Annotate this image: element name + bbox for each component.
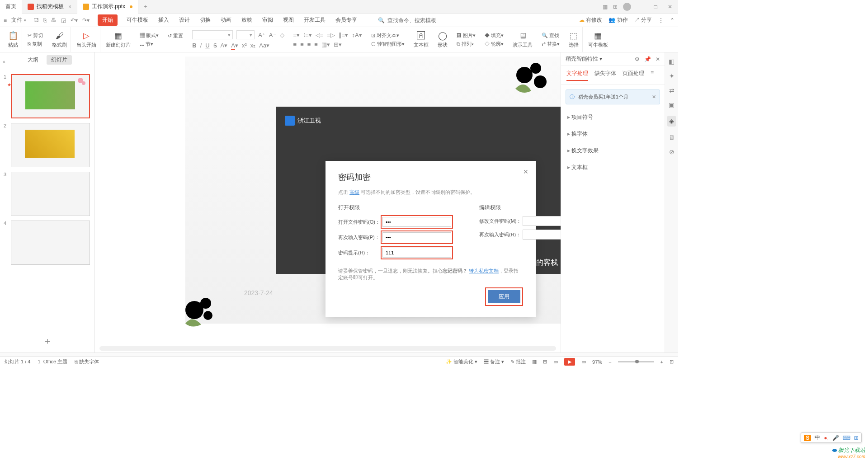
maximize-button[interactable]: ◻: [651, 4, 660, 10]
print-icon[interactable]: 🖶: [51, 17, 57, 24]
open-password-confirm-input[interactable]: [382, 232, 451, 242]
numbering-icon[interactable]: ⁝≡▾: [303, 32, 312, 38]
superscript-icon[interactable]: x²: [242, 42, 247, 49]
format-painter-icon[interactable]: 🖌: [56, 31, 64, 41]
section-button[interactable]: ⚏ 节▾: [140, 41, 159, 47]
tab-member[interactable]: 会员专享: [335, 14, 358, 26]
private-doc-link[interactable]: 转为私密文档: [469, 268, 499, 273]
align-right-icon[interactable]: ≡: [307, 41, 311, 48]
collapse-panel-icon[interactable]: «: [3, 59, 97, 64]
tab-devtools[interactable]: 开发工具: [303, 14, 326, 26]
advanced-link[interactable]: 高级: [349, 189, 359, 195]
rail-layers-icon[interactable]: ▣: [669, 101, 675, 108]
edit-password-confirm-input[interactable]: [523, 230, 561, 240]
close-icon[interactable]: ×: [68, 4, 71, 10]
find-button[interactable]: 🔍 查找: [542, 32, 560, 39]
view-normal-icon[interactable]: ▦: [532, 359, 537, 365]
item-change-font[interactable]: 换字体: [561, 126, 665, 142]
align-center-icon[interactable]: ≡: [300, 41, 304, 48]
close-button[interactable]: ✕: [665, 4, 675, 10]
distribute-icon[interactable]: ⊞▾: [334, 41, 342, 48]
save-icon[interactable]: 🖫: [33, 17, 39, 24]
rail-transfer-icon[interactable]: ⇄: [669, 87, 675, 94]
rail-smart-icon[interactable]: ◈: [667, 116, 676, 127]
zoom-minus[interactable]: −: [609, 359, 611, 365]
increase-font-icon[interactable]: A⁺: [258, 32, 265, 38]
undo-icon[interactable]: ↶▾: [71, 17, 78, 24]
align-left-icon[interactable]: ≡: [293, 41, 297, 48]
add-slide-button[interactable]: ＋: [0, 329, 94, 352]
member-banner[interactable]: ⓘ 稻壳会员买1年送1个月 ✕: [566, 89, 660, 104]
slide-thumb-1[interactable]: 1 ★: [4, 74, 91, 118]
pending-changes[interactable]: ☁ 有修改: [579, 16, 602, 24]
italic-icon[interactable]: I: [200, 42, 202, 49]
highlight-icon[interactable]: A▾: [221, 42, 228, 49]
line-spacing-icon[interactable]: ‖≡▾: [339, 32, 349, 38]
avatar[interactable]: [623, 3, 631, 11]
fit-icon[interactable]: ⊡: [670, 359, 674, 365]
tab-transition[interactable]: 切换: [199, 14, 212, 26]
tab-slideshow[interactable]: 放映: [241, 14, 253, 26]
tab-start[interactable]: 开始: [98, 14, 118, 26]
underline-icon[interactable]: U: [205, 42, 209, 49]
notes-button[interactable]: ☰ 备注 ▾: [484, 358, 504, 365]
outline-button[interactable]: ◇ 轮廓▾: [485, 41, 504, 47]
tab-insert[interactable]: 插入: [157, 14, 170, 26]
item-text-effect[interactable]: 换文字效果: [561, 142, 665, 159]
new-slide-icon[interactable]: ▦: [114, 31, 122, 41]
copy-button[interactable]: ⎘ 复制: [28, 41, 43, 47]
fontsize-combo[interactable]: ▾: [236, 30, 255, 39]
play-button[interactable]: ▶: [564, 358, 575, 366]
font-combo[interactable]: ▾: [192, 30, 233, 39]
fill-button[interactable]: ◆ 填充▾: [485, 32, 504, 39]
file-menu[interactable]: 文件▾: [9, 16, 29, 24]
smartart-button[interactable]: ⬡ 转智能图形▾: [371, 41, 405, 47]
slide-thumb-2[interactable]: 2: [4, 123, 91, 167]
reset-button[interactable]: ↺ 重置: [168, 33, 183, 39]
play-from-start-icon[interactable]: ▷: [83, 31, 90, 41]
arrange-button[interactable]: ⧉ 排列▾: [457, 41, 476, 47]
zoom-out-icon[interactable]: ▭: [581, 359, 586, 365]
replace-button[interactable]: ⇄ 替换▾: [542, 41, 560, 47]
apps-icon[interactable]: ⊞: [613, 4, 618, 10]
text-direction-icon[interactable]: ↕A▾: [352, 32, 362, 38]
apply-button[interactable]: 应用: [488, 290, 520, 303]
justify-icon[interactable]: ≡: [314, 41, 318, 48]
collapse-ribbon-icon[interactable]: ⌃: [670, 17, 675, 24]
coop-button[interactable]: 👥 协作: [609, 16, 627, 24]
view-reading-icon[interactable]: ▭: [553, 359, 558, 365]
strike-icon[interactable]: S̶: [213, 42, 217, 49]
align-text-button[interactable]: ⊡ 对齐文本▾: [371, 32, 405, 39]
tab-home[interactable]: 首页: [0, 0, 22, 14]
rail-screen-icon[interactable]: 🖥: [669, 134, 675, 141]
zoom-slider[interactable]: [618, 361, 654, 362]
textbox-icon[interactable]: 🄰: [417, 31, 425, 41]
tab-page-process[interactable]: 页面处理: [623, 70, 644, 81]
edit-password-input[interactable]: [523, 216, 561, 226]
font-color-icon[interactable]: A▾: [231, 42, 238, 49]
tab-document[interactable]: 工作演示.pptx: [77, 0, 138, 14]
bullets-icon[interactable]: ≡▾: [293, 32, 300, 38]
tab-review[interactable]: 审阅: [261, 14, 274, 26]
preview-icon[interactable]: ◲: [61, 17, 66, 24]
layout-button[interactable]: ▦ 版式▾: [140, 32, 159, 39]
panel-close-icon[interactable]: ✕: [656, 56, 660, 62]
paste-icon[interactable]: 📋: [8, 31, 18, 41]
indent-left-icon[interactable]: ◁≡: [316, 32, 324, 38]
columns-icon[interactable]: ▥▾: [321, 41, 330, 48]
rail-sparkle-icon[interactable]: ✦: [669, 72, 675, 80]
view-sorter-icon[interactable]: ⊞: [543, 359, 547, 365]
command-search[interactable]: 🔍: [378, 17, 451, 24]
more-icon[interactable]: ⋮: [658, 17, 664, 24]
password-hint-input[interactable]: [382, 248, 451, 258]
zoom-plus[interactable]: +: [660, 359, 663, 365]
rail-help-icon[interactable]: ⊘: [669, 148, 675, 155]
tab-template[interactable]: 找稻壳模板×: [22, 0, 77, 14]
banner-close-icon[interactable]: ✕: [652, 94, 656, 100]
tab-text-process[interactable]: 文字处理: [566, 70, 588, 81]
tools-icon[interactable]: 🖥: [519, 31, 527, 41]
redo-icon[interactable]: ↷▾: [82, 17, 90, 24]
tab-design[interactable]: 设计: [178, 14, 191, 26]
tab-missing-font[interactable]: 缺失字体: [594, 70, 616, 81]
layout-toggle-icon[interactable]: ▥: [603, 4, 608, 10]
